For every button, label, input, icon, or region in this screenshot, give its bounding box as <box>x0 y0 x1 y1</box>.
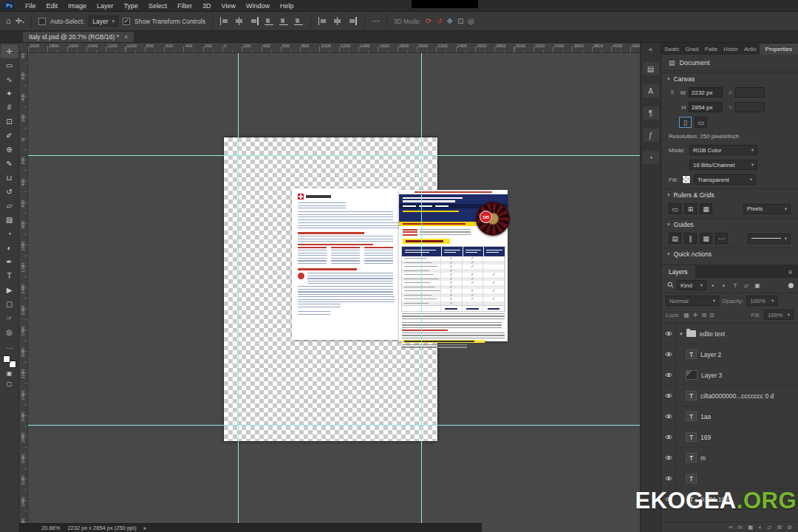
brush-settings-panel-icon[interactable]: ▤ <box>643 62 659 75</box>
menu-select[interactable]: Select <box>143 2 172 10</box>
layer-thumbnail[interactable] <box>686 370 698 380</box>
guide-horizontal-1[interactable] <box>28 155 640 156</box>
layer-row[interactable]: T <box>661 468 798 489</box>
toggle-rulers-button[interactable]: ▭ <box>669 203 681 214</box>
guides-vertical-button[interactable]: ∥ <box>684 233 697 244</box>
filter-kind-dropdown[interactable]: Kind▾ <box>677 280 706 290</box>
tool-quick-mask-icon[interactable]: ▣ <box>1 368 18 378</box>
tool-spot-healing-icon[interactable]: ⊕ <box>1 143 18 157</box>
glyphs-panel-icon[interactable]: ƒ <box>643 129 659 142</box>
canvas-viewport[interactable]: 195 <box>28 53 640 523</box>
tool-zoom-icon[interactable]: ◎ <box>1 325 18 339</box>
paragraph-panel-icon[interactable]: ¶ <box>643 106 659 120</box>
panel-tab-patte[interactable]: Patte <box>702 44 721 55</box>
text-layer-icon[interactable]: T <box>686 453 697 463</box>
ruler-units-dropdown[interactable]: Pixels▾ <box>743 204 791 214</box>
clear-guides-button[interactable]: ⋯ <box>715 233 728 244</box>
distribute-vertical-icon[interactable] <box>348 17 357 25</box>
filter-adjustment-icon[interactable]: ◐ <box>720 282 729 289</box>
menu-type[interactable]: Type <box>119 2 144 10</box>
text-layer-icon[interactable]: T <box>686 432 697 442</box>
orientation-landscape-button[interactable]: ▭ <box>695 117 707 128</box>
orbit-3d-icon[interactable]: ⟳ <box>426 18 432 25</box>
guides-grid-button[interactable]: ▦ <box>700 233 712 244</box>
letter-page-layer[interactable] <box>292 188 399 340</box>
flyer-page-layer[interactable]: 195 <box>399 190 508 341</box>
scale-3d-icon[interactable]: ◎ <box>468 18 474 25</box>
new-guide-layout-button[interactable]: ▤ <box>669 233 681 244</box>
document-tab[interactable]: Italy id.psd @ 20.7% (RGB/16) * × <box>22 31 134 42</box>
align-center-icon[interactable] <box>235 17 244 25</box>
zoom-level-field[interactable]: 20.66% <box>41 525 60 531</box>
new-group-icon[interactable]: ▱ <box>767 524 771 531</box>
visibility-eye-icon[interactable] <box>661 448 676 468</box>
visibility-eye-icon[interactable] <box>661 406 676 426</box>
lock-all-icon[interactable]: ◘ <box>710 312 714 318</box>
tool-dodge-icon[interactable]: ◐ <box>1 241 18 255</box>
visibility-eye-icon[interactable] <box>661 468 676 488</box>
align-right-icon[interactable] <box>250 17 259 25</box>
text-layer-icon[interactable]: T <box>686 349 697 359</box>
layer-name[interactable]: m <box>700 454 706 462</box>
layer-fill-dropdown[interactable]: 100%▾ <box>764 310 794 320</box>
layer-row[interactable]: T1aa <box>661 406 798 427</box>
tool-frame-icon[interactable]: ⊡ <box>1 115 18 129</box>
panel-menu-icon[interactable]: ≡ <box>782 268 798 276</box>
menu-edit[interactable]: Edit <box>41 2 64 10</box>
layer-row[interactable]: TLayer 2 <box>661 344 798 365</box>
tool-path-selection-icon[interactable]: ▶ <box>1 283 18 297</box>
layer-row[interactable]: Tm <box>661 448 798 468</box>
visibility-eye-icon[interactable] <box>661 324 676 344</box>
tool-move-icon[interactable]: ✛ <box>1 44 18 58</box>
lock-transparency-icon[interactable]: ▦ <box>683 312 689 318</box>
vertical-ruler[interactable]: 8006004002000200400600800100012001400160… <box>19 53 28 523</box>
width-field[interactable]: 2232 px <box>689 87 723 98</box>
layer-name[interactable]: edite text <box>700 330 726 338</box>
collapse-panels-icon[interactable]: « <box>643 46 659 53</box>
layer-name[interactable]: 169 <box>700 434 711 441</box>
new-layer-icon[interactable]: ⊞ <box>777 524 782 531</box>
close-tab-icon[interactable]: × <box>124 33 128 41</box>
tool-hand-icon[interactable]: ☞ <box>1 311 18 325</box>
tool-marquee-icon[interactable]: ▭ <box>1 58 18 72</box>
link-layers-icon[interactable]: ∞ <box>729 524 733 531</box>
section-quick-actions[interactable]: ▾ Quick Actions <box>661 248 798 260</box>
guide-vertical-1[interactable] <box>238 53 239 523</box>
expand-chevron-icon[interactable]: ▾ <box>680 331 683 337</box>
more-options-icon[interactable]: ⋯ <box>372 17 380 25</box>
character-panel-icon[interactable]: A <box>643 84 659 98</box>
tool-lasso-icon[interactable]: ∿ <box>1 72 18 86</box>
panel-tab-properties[interactable]: Properties <box>760 44 798 55</box>
tool-brush-icon[interactable]: ✎ <box>1 157 18 171</box>
home-icon[interactable]: ⌂ <box>6 17 11 25</box>
grid-settings-button[interactable]: ▦ <box>700 203 712 214</box>
layer-row[interactable]: Layer 3 <box>661 365 798 386</box>
tool-eyedropper-icon[interactable]: ✐ <box>1 129 18 143</box>
align-middle-icon[interactable] <box>279 17 288 25</box>
layer-name[interactable]: cilta0000000...ccccccc 0 d <box>700 392 774 400</box>
y-field[interactable] <box>735 102 765 112</box>
text-layer-icon[interactable]: T <box>686 474 697 483</box>
distribute-horizontal-icon[interactable] <box>318 17 327 25</box>
text-layer-icon[interactable]: T <box>686 391 697 400</box>
tool-pen-icon[interactable]: ✒ <box>1 255 18 269</box>
tool-screen-mode-icon[interactable]: ▢ <box>1 378 18 389</box>
visibility-eye-icon[interactable] <box>661 365 676 385</box>
height-field[interactable]: 2854 px <box>689 102 723 112</box>
panel-tab-swatc[interactable]: Swatc <box>661 44 682 55</box>
menu-view[interactable]: View <box>216 2 241 10</box>
ruler-origin[interactable] <box>19 43 28 53</box>
color-swatches[interactable] <box>3 355 16 368</box>
toggle-grid-button[interactable]: ⊞ <box>684 203 697 214</box>
layer-row[interactable]: Tcilta0000000...ccccccc 0 d <box>661 386 798 406</box>
text-layer-icon[interactable]: T <box>686 412 697 421</box>
menu-file[interactable]: File <box>20 2 41 10</box>
section-canvas[interactable]: ▾ Canvas <box>661 72 798 85</box>
link-dimensions-icon[interactable]: ∞ <box>669 89 676 96</box>
guide-style-dropdown[interactable]: ▾ <box>748 233 791 244</box>
tool-eraser-icon[interactable]: ▱ <box>1 199 18 213</box>
orientation-portrait-button[interactable]: ▯ <box>679 117 692 128</box>
filter-type-icon[interactable]: T <box>731 282 740 289</box>
filter-toggle-icon[interactable] <box>788 283 794 288</box>
tool-clone-stamp-icon[interactable]: ⊔ <box>1 171 18 185</box>
